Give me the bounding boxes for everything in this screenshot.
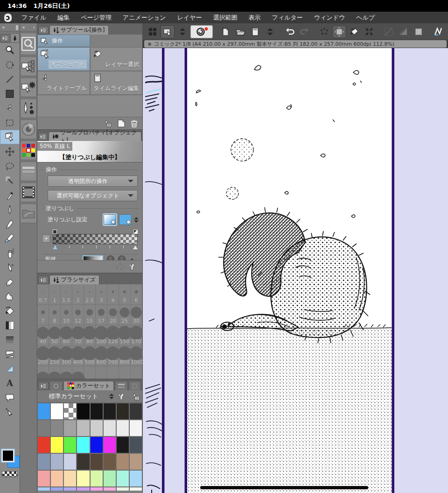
brush-size-170[interactable]: 170 [131,325,142,346]
drag-handle-icon[interactable]: ||| [15,24,18,30]
tool-airbrush[interactable] [0,246,20,260]
document-tab[interactable]: コミック2* 1/8 (A4 210.00 x 297.00mm 製本サイズ:B… [144,40,447,48]
tool-decoration[interactable] [0,260,20,275]
tool-ruler[interactable] [0,361,20,376]
tool-lasso[interactable] [0,159,20,173]
subtool-item[interactable]: タイムライン編集 [90,71,143,95]
canvas-page[interactable] [187,48,392,493]
tool-auto-select[interactable] [0,173,20,188]
tool-pen[interactable] [0,202,20,217]
color-swatch[interactable] [77,403,90,420]
color-swatch[interactable] [77,453,90,470]
color-swatch[interactable] [37,437,50,453]
panel-tile-color-set[interactable] [20,141,37,160]
collapse-icon[interactable]: « [2,24,5,30]
fill-style-solid-button[interactable] [119,214,132,225]
toolbar-select-area-icon[interactable] [332,25,346,38]
subtool-item[interactable]: ライトテーブル [37,71,90,95]
color-swatch[interactable] [90,437,103,453]
brush-size-1[interactable]: 1 [49,284,61,305]
tool-select-marquee[interactable] [0,115,20,130]
color-swatch[interactable] [50,487,63,491]
color-swatch[interactable] [50,403,63,420]
shape-circle1[interactable] [107,255,114,260]
brush-size-6[interactable]: 6 [131,284,142,305]
wrench-icon[interactable] [119,393,127,401]
brush-size-3[interactable]: 3 [96,284,107,305]
color-indicator[interactable] [2,450,18,470]
color-swatch[interactable] [77,437,90,453]
brush-size-100[interactable]: 100 [96,325,107,346]
brush-size-tab[interactable]: ブラシサイズ [49,275,99,284]
dropdown-0[interactable]: 透明箇所の操作 [48,176,138,187]
panel-menu-icon[interactable] [38,133,48,141]
collapse-icon[interactable]: « [22,24,25,30]
color-history-tab[interactable] [129,381,141,390]
menu-1[interactable]: 編集 [52,14,75,22]
tool-strip-header[interactable]: « ||| [0,23,20,32]
menu-0[interactable]: ファイル [16,14,52,22]
brush-size-50[interactable]: 50 [49,325,61,346]
color-swatch[interactable] [37,487,50,491]
menu-8[interactable]: ウィンドウ [308,14,351,22]
brush-size-600[interactable]: 600 [96,346,107,366]
tool-menu-icon[interactable] [0,34,10,42]
brush-size-12[interactable]: 12 [72,305,84,325]
canvas-view[interactable] [143,48,448,493]
dropdown-1[interactable]: 選択可能なオブジェクト [48,190,138,201]
preset-stepper[interactable] [109,391,114,401]
tool-light[interactable] [0,101,20,115]
toolbar-deselect-icon[interactable] [317,25,331,38]
shape-circle2[interactable] [118,255,126,260]
color-swatch[interactable] [63,420,77,437]
toolbar-updown-arrows-icon[interactable] [263,25,277,38]
color-swatch[interactable] [129,403,142,420]
brush-size-1.5[interactable]: 1.5 [61,284,72,305]
tool-eyedropper[interactable] [0,188,20,202]
menu-9[interactable]: ヘルプ [350,14,380,22]
brush-size-5[interactable]: 5 [119,284,131,305]
color-swatch[interactable] [63,470,77,487]
tool-line-correction[interactable] [0,405,20,419]
copy-subtool-icon[interactable] [104,120,112,127]
color-swatch[interactable] [103,470,116,487]
menu-7[interactable]: フィルター [266,14,308,22]
fill-style-stepper[interactable] [134,215,139,225]
color-swatch[interactable] [103,403,116,420]
tool-line[interactable] [0,72,20,86]
tool-fill-bucket[interactable] [0,303,20,318]
subtool-group-operation[interactable]: 操作 [37,35,90,47]
tool-zoom[interactable] [0,43,20,57]
color-swatch[interactable] [116,470,129,487]
brush-size-2.5[interactable]: 2.5 [84,284,96,305]
toolbar-open-file-icon[interactable] [233,25,247,38]
menu-6[interactable]: 表示 [243,14,266,22]
gradient-bar[interactable] [53,234,138,244]
panel-tile-sub-view[interactable] [20,204,37,223]
panel-tile-color-slider[interactable] [20,162,37,181]
toolbar-ruler-snap-icon[interactable] [382,25,396,38]
color-swatch[interactable] [116,453,129,470]
gradient-marker-left[interactable] [53,243,57,249]
panel-menu-icon[interactable] [38,26,49,34]
color-swatch[interactable] [50,437,63,453]
subtool-item[interactable]: オブジェクト [37,47,90,71]
color-wheel-tab[interactable] [49,381,63,390]
color-swatch[interactable] [63,403,77,420]
color-swatch[interactable] [37,403,50,420]
foreground-color[interactable] [2,450,14,462]
brush-size-60[interactable]: 60 [61,325,72,346]
color-swatch[interactable] [90,470,103,487]
color-swatch[interactable] [129,453,142,470]
brush-size-800[interactable]: 800 [119,346,131,366]
brush-size-500[interactable]: 500 [84,346,96,366]
menu-2[interactable]: ページ管理 [75,14,117,22]
brush-size-30[interactable]: 30 [131,305,142,325]
tool-property-tab[interactable]: ツールプロパティ[オブジェクト] [49,132,141,141]
color-swatch[interactable] [90,403,103,420]
color-swatch[interactable] [103,453,116,470]
delete-subtool-icon[interactable] [131,120,138,127]
color-swatch[interactable] [77,420,90,437]
brush-size-80[interactable]: 80 [84,325,96,346]
tool-move-layer[interactable] [0,144,20,159]
